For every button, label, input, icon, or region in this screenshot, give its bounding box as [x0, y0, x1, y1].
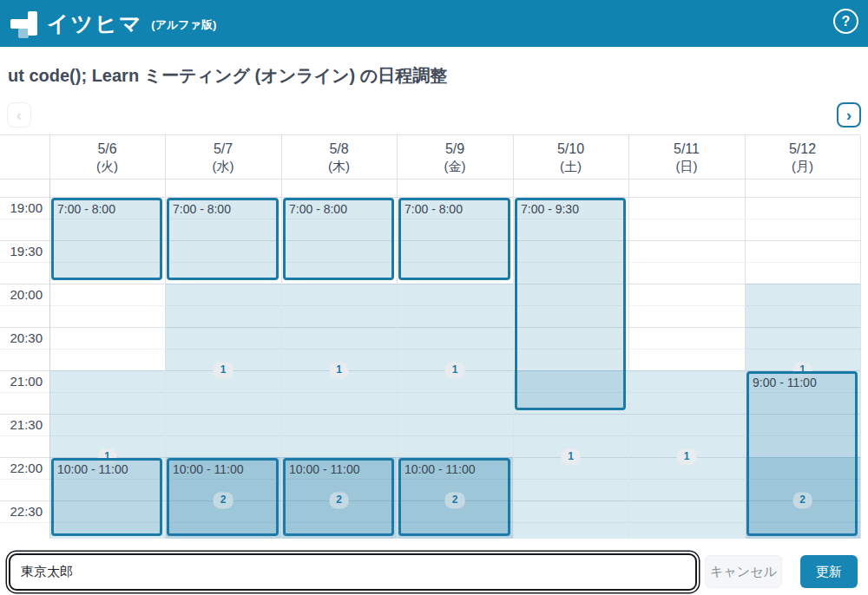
grid-vline: [281, 135, 282, 180]
day-header-cell: 5/11(日): [628, 135, 745, 179]
day-date: 5/12: [745, 140, 860, 158]
event-block[interactable]: 7:00 - 8:00: [398, 198, 510, 280]
app-header: イツヒマ (アルファ版) ?: [0, 0, 868, 47]
event-time-label: 7:00 - 8:00: [169, 200, 276, 218]
availability-count-badge: 1: [677, 448, 697, 465]
calendar-day-headers: 5/6(火)5/7(水)5/8(木)5/9(金)5/10(土)5/11(日)5/…: [0, 134, 860, 180]
time-label: 21:00: [0, 374, 43, 389]
day-date: 5/9: [397, 140, 513, 158]
participant-name-input[interactable]: [9, 553, 697, 591]
event-time-label: 10:00 - 11:00: [401, 461, 508, 478]
next-week-button[interactable]: ›: [837, 102, 861, 128]
time-label: 22:00: [0, 461, 43, 475]
day-date: 5/11: [628, 140, 745, 158]
day-date: 5/7: [165, 140, 281, 158]
event-block[interactable]: 7:00 - 8:00: [51, 198, 162, 280]
day-weekday: (木): [281, 158, 397, 175]
calendar-grid-body[interactable]: 19:0019:3020:0020:3021:0021:3022:0022:30…: [0, 180, 868, 539]
cancel-button[interactable]: キャンセル: [705, 555, 782, 588]
event-time-label: 10:00 - 11:00: [286, 461, 391, 478]
event-block[interactable]: 10:00 - 11:00: [51, 458, 162, 536]
event-block[interactable]: 10:00 - 11:00: [167, 458, 279, 536]
time-label: 20:00: [0, 287, 43, 302]
time-label: 21:30: [0, 417, 43, 432]
event-block[interactable]: 7:00 - 8:00: [283, 198, 394, 280]
grid-vline: [628, 135, 629, 180]
day-date: 5/6: [49, 140, 165, 158]
day-header-cell: 5/12(月): [745, 135, 860, 179]
availability-count-badge: 1: [445, 362, 465, 378]
time-label: 19:30: [0, 244, 43, 258]
event-time-label: 9:00 - 11:00: [749, 374, 855, 391]
event-block[interactable]: 7:00 - 9:30: [515, 198, 626, 410]
app-version-badge: (アルファ版): [151, 17, 216, 33]
day-weekday: (水): [165, 158, 281, 175]
day-header-cell: 5/10(土): [513, 135, 628, 179]
time-label: 19:00: [0, 200, 43, 215]
availability-count-badge: 1: [561, 448, 581, 465]
event-time-label: 7:00 - 9:30: [517, 200, 623, 218]
time-label: 22:30: [0, 504, 43, 519]
app-name: イツヒマ: [47, 10, 142, 38]
grid-vline: [397, 135, 398, 180]
day-weekday: (土): [513, 158, 628, 175]
event-time-label: 10:00 - 11:00: [54, 461, 160, 478]
logo-square: [18, 28, 29, 38]
app-window: イツヒマ (アルファ版) ? ut code(); Learn ミーティング (…: [0, 0, 868, 595]
day-date: 5/8: [281, 140, 397, 158]
day-date: 5/10: [513, 140, 628, 158]
day-header-cell: 5/6(火): [49, 135, 165, 179]
grid-vline: [165, 135, 166, 180]
time-label: 20:30: [0, 330, 43, 345]
app-logo-icon[interactable]: [9, 8, 40, 39]
grid-vline: [860, 135, 861, 180]
event-time-label: 10:00 - 11:00: [169, 461, 276, 478]
event-block[interactable]: 10:00 - 11:00: [398, 458, 510, 536]
grid-vline: [49, 135, 50, 180]
grid-vline: [513, 135, 514, 180]
day-weekday: (火): [49, 158, 165, 175]
event-block[interactable]: 10:00 - 11:00: [283, 458, 394, 536]
event-time-label: 7:00 - 8:00: [401, 200, 508, 218]
event-time-label: 7:00 - 8:00: [54, 200, 160, 218]
day-weekday: (日): [628, 158, 745, 175]
footer-form: キャンセル 更新: [0, 539, 868, 595]
prev-week-button[interactable]: ‹: [7, 102, 31, 128]
day-header-cell: 5/9(金): [397, 135, 513, 179]
grid-vline: [745, 135, 746, 180]
update-button[interactable]: 更新: [800, 555, 858, 588]
availability-count-badge: 1: [214, 362, 233, 378]
grid-vline: [860, 180, 861, 539]
day-weekday: (金): [397, 158, 513, 175]
event-time-label: 7:00 - 8:00: [286, 200, 391, 218]
availability-count-badge: 1: [329, 362, 349, 378]
event-block[interactable]: 7:00 - 8:00: [167, 198, 279, 280]
event-block[interactable]: 9:00 - 11:00: [746, 371, 858, 536]
day-weekday: (月): [745, 158, 860, 175]
help-icon[interactable]: ?: [833, 9, 858, 34]
day-header-cell: 5/7(水): [165, 135, 281, 179]
day-header-cell: 5/8(木): [281, 135, 397, 179]
page-title: ut code(); Learn ミーティング (オンライン) の日程調整: [8, 64, 447, 88]
